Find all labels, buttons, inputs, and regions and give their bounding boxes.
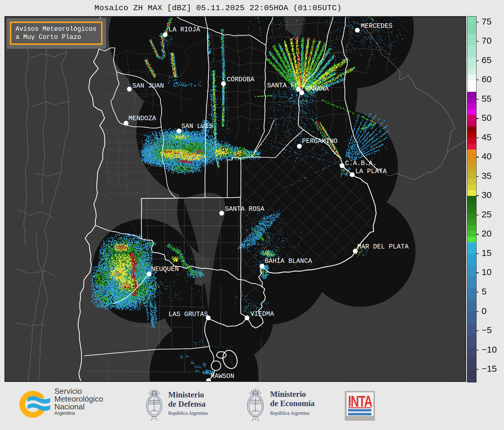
svg-text:LA RIOJA: LA RIOJA: [168, 26, 200, 33]
svg-text:SAN LUIS: SAN LUIS: [181, 123, 213, 130]
svg-text:RAWSON: RAWSON: [211, 373, 234, 380]
svg-text:SAN JUAN: SAN JUAN: [132, 82, 164, 90]
svg-text:PERGAMINO: PERGAMINO: [302, 138, 338, 145]
svg-text:LAS GRUTAS: LAS GRUTAS: [168, 311, 208, 318]
svg-text:VIEDMA: VIEDMA: [250, 310, 274, 318]
svg-text:MERCEDES: MERCEDES: [361, 22, 393, 30]
svg-text:C.A.B.A.: C.A.B.A.: [345, 160, 377, 167]
svg-text:MAR DEL PLATA: MAR DEL PLATA: [357, 243, 409, 251]
svg-text:NEUQUÉN: NEUQUÉN: [151, 265, 179, 273]
svg-text:SANTA ROSA: SANTA ROSA: [225, 205, 265, 213]
svg-text:PARANÁ: PARANÁ: [305, 85, 329, 93]
svg-text:MENDOZA: MENDOZA: [128, 115, 156, 122]
svg-text:BAHÍA BLANCA: BAHÍA BLANCA: [265, 257, 312, 265]
svg-text:CÓRDOBA: CÓRDOBA: [227, 76, 255, 83]
svg-text:LA PLATA: LA PLATA: [355, 168, 387, 175]
svg-text:SANTA FE: SANTA FE: [267, 82, 299, 89]
